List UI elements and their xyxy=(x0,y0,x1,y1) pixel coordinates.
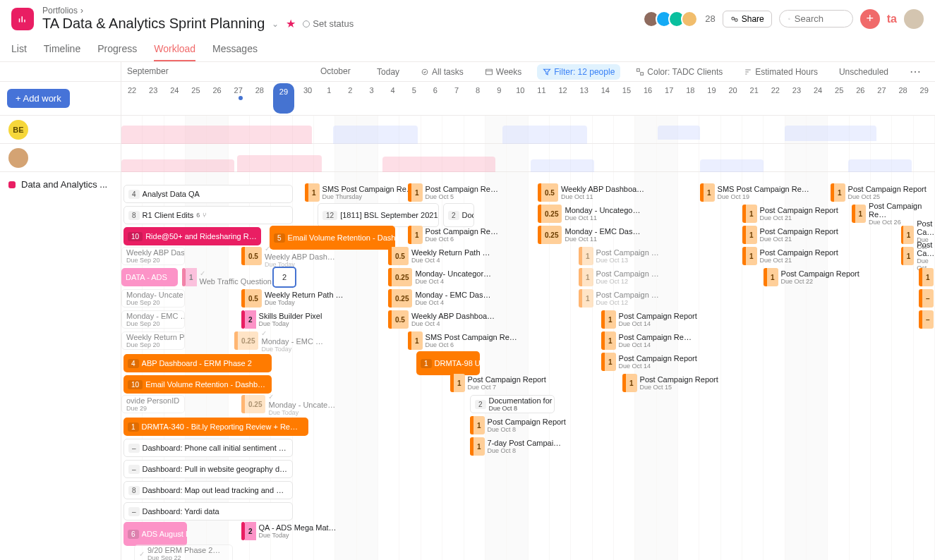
task[interactable]: Monday - EMC …Due Sep 20 xyxy=(121,310,185,329)
task[interactable]: 1SMS Post Campaign Re…Due Oct 19 xyxy=(700,183,809,202)
filter-button[interactable]: Filter: 12 people xyxy=(537,64,620,80)
date-cell[interactable]: 13 xyxy=(574,82,595,115)
ta-icon[interactable]: ta xyxy=(887,13,897,25)
date-cell[interactable]: 17 xyxy=(658,82,680,115)
date-cell[interactable]: 7 xyxy=(446,82,467,115)
task[interactable]: DATA - ADS xyxy=(121,268,178,286)
share-button[interactable]: Share xyxy=(723,11,772,28)
date-cell[interactable]: 25 xyxy=(828,82,850,115)
task[interactable]: 2Skills Builder PixelDue Today xyxy=(241,310,322,329)
date-cell[interactable]: 5 xyxy=(404,82,425,115)
date-cell[interactable]: 23 xyxy=(143,82,164,115)
date-cell[interactable]: 8 xyxy=(467,82,488,115)
task[interactable]: Weekly Return Pa…Due Sep 20 xyxy=(121,331,185,350)
date-cell[interactable]: 18 xyxy=(680,82,701,115)
date-cell[interactable]: 25 xyxy=(185,82,206,115)
chevron-down-icon[interactable]: ⌄ xyxy=(272,19,279,29)
task[interactable]: 1Post Campaign ReportDue Oct 14 xyxy=(601,310,697,329)
date-cell[interactable]: 28 xyxy=(249,82,270,115)
date-cell[interactable]: 6 xyxy=(425,82,446,115)
tab-list[interactable]: List xyxy=(11,37,27,61)
task[interactable]: 1Post Ca…Due Oct xyxy=(901,247,935,265)
date-cell[interactable]: 24 xyxy=(807,82,828,115)
date-cell[interactable]: 28 xyxy=(893,82,914,115)
task[interactable]: 8Dashboard: Map out lead tracking and at… xyxy=(123,481,293,499)
task[interactable]: 1SMS Post Campaign Re…Due Thursday xyxy=(305,183,414,202)
date-cell[interactable]: 30 xyxy=(297,82,318,115)
task[interactable]: 0.25Monday - EMC Das…Due Oct 11 xyxy=(538,226,640,244)
task[interactable]: 2Documentation for D…Due Oct 8 xyxy=(470,395,555,413)
task[interactable]: 4ABP Dashboard - ERM Phase 2 xyxy=(123,354,272,372)
tab-timeline[interactable]: Timeline xyxy=(44,37,80,61)
task[interactable]: 1Post Campaign …Due Oct 13 xyxy=(579,247,659,265)
date-cell[interactable]: 23 xyxy=(786,82,807,115)
task[interactable]: 1Post Campaign …Due Oct 12 xyxy=(579,289,659,308)
date-cell[interactable]: 15 xyxy=(616,82,637,115)
task[interactable]: 1Post Campaign Re…Due Oct 5 xyxy=(408,183,498,202)
task[interactable]: –Dashboard: Phone call initial sentiment… xyxy=(123,439,293,457)
task[interactable]: 1Post Campaign ReportDue Oct 8 xyxy=(470,416,566,434)
weeks-button[interactable]: Weeks xyxy=(479,64,527,80)
task[interactable]: – xyxy=(919,289,934,308)
task[interactable]: 1Post Campaign Re…Due Oct 14 xyxy=(601,331,692,350)
color-button[interactable]: Color: TADC Clients xyxy=(630,64,728,80)
task[interactable]: 1DRMTA-98 Unique Bit.… xyxy=(416,351,480,375)
task[interactable]: 1Post Campaign ReportDue Oct 25 xyxy=(831,183,927,202)
date-cell[interactable]: 9 xyxy=(488,82,509,115)
task[interactable]: 1Post Campaign Re…Due Oct 6 xyxy=(408,226,498,244)
task[interactable]: 10Email Volume Retention - Dashboard Bui… xyxy=(123,375,272,394)
task[interactable]: 8R1 Client Edits6⑂ xyxy=(123,206,293,224)
user-avatar[interactable] xyxy=(8,148,28,168)
task[interactable]: 0.5Weekly ABP Dashboa…Due Oct 11 xyxy=(538,183,644,202)
task[interactable]: 1SMS Post Campaign Re…Due Oct 6 xyxy=(408,331,517,350)
date-cell[interactable]: 20 xyxy=(723,82,744,115)
task[interactable]: 2QA - ADS Mega Mat…Due Today xyxy=(241,522,337,540)
task[interactable]: 1 xyxy=(919,268,934,286)
date-cell[interactable]: 27 xyxy=(871,82,892,115)
task[interactable]: 1Post Campaign ReportDue Oct 14 xyxy=(601,353,697,371)
date-cell[interactable]: 16 xyxy=(637,82,658,115)
date-cell[interactable]: 19 xyxy=(701,82,722,115)
task[interactable]: 6ADS August Dashboard… xyxy=(123,522,187,546)
task-selected[interactable]: 2 xyxy=(272,267,296,288)
tab-messages[interactable]: Messages xyxy=(212,37,258,61)
date-cell[interactable]: 29 xyxy=(914,82,935,115)
task[interactable]: Weekly ABP Dash…Due Sep 20 xyxy=(121,247,185,265)
add-work-button[interactable]: + Add work xyxy=(7,89,70,108)
task[interactable]: 1Post Campaign ReportDue Oct 21 xyxy=(742,226,838,244)
task[interactable]: 4Analyst Data QA xyxy=(123,185,293,203)
task[interactable]: ovide PersonIDDue 29 xyxy=(121,395,185,413)
task[interactable]: 17-day Post Campai…Due Oct 8 xyxy=(470,437,561,456)
sidebar-project[interactable]: Data and Analytics ... xyxy=(0,172,121,197)
date-cell[interactable]: 14 xyxy=(595,82,616,115)
unscheduled-button[interactable]: Unscheduled xyxy=(833,64,894,80)
breadcrumb[interactable]: Portfolios › xyxy=(42,6,639,16)
task[interactable]: 12[1811] BSL September 2021 Reports4⑂ xyxy=(318,203,439,227)
task[interactable]: 1Post Campaign ReportDue Oct 7 xyxy=(450,374,546,392)
date-cell[interactable]: 3 xyxy=(361,82,382,115)
member-avatars[interactable] xyxy=(647,11,698,28)
task[interactable]: 0.25Monday- Uncategor…Due Oct 4 xyxy=(388,268,491,286)
task[interactable]: 1Post Campaign ReportDue Oct 22 xyxy=(764,268,859,286)
task[interactable]: –Dashboard: Yardi data xyxy=(123,502,293,521)
date-cell[interactable]: 22 xyxy=(765,82,786,115)
date-cell[interactable]: 26 xyxy=(850,82,871,115)
task[interactable]: 10Ride@50+ and Ridesharing ROI Report xyxy=(123,227,261,245)
date-cell[interactable]: 1 xyxy=(318,82,339,115)
task[interactable]: 1DRMTA-340 - Bit.ly Reporting Review + R… xyxy=(123,418,308,436)
date-cell[interactable]: 26 xyxy=(207,82,228,115)
task[interactable]: 0.5Weekly Return Path …Due Oct 4 xyxy=(388,247,490,265)
task[interactable]: 1Post Campaign ReportDue Oct 15 xyxy=(622,374,718,392)
task[interactable]: 1✓ Web Traffic Question xyxy=(182,268,272,286)
star-icon[interactable]: ★ xyxy=(286,17,296,30)
estimated-button[interactable]: Estimated Hours xyxy=(738,64,824,80)
logo-icon[interactable] xyxy=(11,8,34,30)
tab-workload[interactable]: Workload xyxy=(154,37,195,61)
task[interactable]: 0.25Monday - Uncatego…Due Oct 11 xyxy=(538,205,640,223)
profile-avatar[interactable] xyxy=(904,9,924,29)
task[interactable]: 1Post Campaign …Due Oct 12 xyxy=(579,268,659,286)
task[interactable]: ✓9/20 ERM Phase 2…Due Sep 22 xyxy=(134,544,233,560)
date-cell[interactable]: 2 xyxy=(339,82,361,115)
task[interactable]: 5Email Volume Retention - Dashboard Tech… xyxy=(270,226,395,250)
task[interactable]: 0.25✓ Monday - Uncate…Due Today xyxy=(241,395,335,413)
